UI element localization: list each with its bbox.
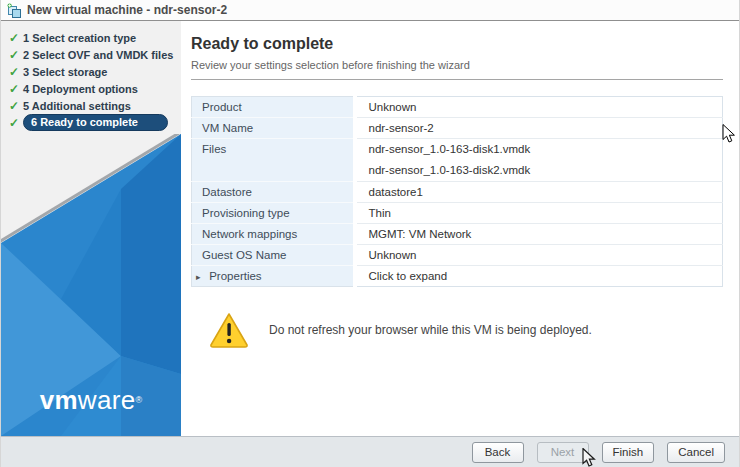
window-titlebar: New virtual machine - ndr-sensor-2 [1, 0, 739, 21]
row-value: MGMT: VM Network [355, 224, 723, 245]
table-row-properties[interactable]: ▸ Properties Click to expand [192, 266, 723, 287]
window-title: New virtual machine - ndr-sensor-2 [27, 3, 227, 17]
row-value[interactable]: Click to expand [355, 266, 723, 287]
file-name: ndr-sensor_1.0-163-disk1.vmdk [369, 143, 715, 156]
expand-arrow-icon[interactable]: ▸ [196, 272, 206, 282]
row-value: datastore1 [355, 182, 723, 203]
cancel-button[interactable]: Cancel [667, 442, 725, 463]
row-value: ndr-sensor-2 [355, 118, 723, 139]
table-row-vm-name: VM Name ndr-sensor-2 [192, 118, 723, 139]
row-value: Unknown [355, 245, 723, 266]
table-row-provisioning-type: Provisioning type Thin [192, 203, 723, 224]
deployment-warning: Do not refresh your browser while this V… [191, 312, 723, 348]
sidebar-step-select-storage[interactable]: ✓ 3 Select storage [1, 63, 181, 80]
step-label: 2 Select OVF and VMDK files [23, 49, 173, 61]
new-vm-icon [7, 3, 22, 18]
sidebar-step-additional-settings[interactable]: ✓ 5 Additional settings [1, 97, 181, 114]
step-label: 3 Select storage [23, 66, 107, 78]
wizard-steps-sidebar: ✓ 1 Select creation type ✓ 2 Select OVF … [1, 21, 181, 436]
table-row-network-mappings: Network mappings MGMT: VM Network [192, 224, 723, 245]
check-icon: ✓ [9, 116, 23, 130]
wizard-footer: Back Next Finish Cancel [1, 436, 739, 467]
settings-summary-table: Product Unknown VM Name ndr-sensor-2 Fil… [191, 96, 723, 287]
back-button[interactable]: Back [472, 442, 524, 463]
vmware-logo: vmware® [1, 385, 181, 416]
table-row-files: Files ndr-sensor_1.0-163-disk1.vmdk ndr-… [192, 139, 723, 182]
sidebar-step-ready-to-complete[interactable]: ✓ 6 Ready to complete [1, 114, 181, 131]
row-label: VM Name [192, 118, 355, 139]
check-icon: ✓ [9, 31, 23, 45]
check-icon: ✓ [9, 99, 23, 113]
vmware-logo-ware: ware [78, 385, 136, 415]
row-value: Thin [355, 203, 723, 224]
finish-button[interactable]: Finish [602, 442, 655, 463]
step-label: 5 Additional settings [23, 100, 131, 112]
row-value: Unknown [355, 97, 723, 118]
row-label: Datastore [192, 182, 355, 203]
warning-triangle-icon [209, 312, 249, 348]
step-label-active: 6 Ready to complete [23, 114, 168, 131]
warning-text: Do not refresh your browser while this V… [269, 323, 592, 337]
page-subtitle: Review your settings selection before fi… [191, 59, 723, 71]
row-value: ndr-sensor_1.0-163-disk1.vmdk ndr-sensor… [355, 139, 723, 182]
vmware-brand-graphic: vmware® [1, 134, 181, 436]
row-label: Files [192, 139, 355, 182]
step-label: 4 Deployment options [23, 83, 138, 95]
row-label: Guest OS Name [192, 245, 355, 266]
row-label: Network mappings [192, 224, 355, 245]
file-name: ndr-sensor_1.0-163-disk2.vmdk [369, 164, 715, 177]
check-icon: ✓ [9, 65, 23, 79]
registered-mark: ® [135, 395, 142, 405]
row-label: Provisioning type [192, 203, 355, 224]
sidebar-step-select-creation-type[interactable]: ✓ 1 Select creation type [1, 29, 181, 46]
wizard-steps-list: ✓ 1 Select creation type ✓ 2 Select OVF … [1, 21, 181, 131]
vmware-logo-vm: vm [40, 385, 78, 415]
check-icon: ✓ [9, 82, 23, 96]
ready-to-complete-panel: Ready to complete Review your settings s… [181, 21, 739, 436]
row-label: Properties [209, 270, 261, 282]
table-row-guest-os-name: Guest OS Name Unknown [192, 245, 723, 266]
header-divider [191, 79, 723, 80]
row-label: Product [192, 97, 355, 118]
row-label-expandable[interactable]: ▸ Properties [192, 266, 355, 287]
check-icon: ✓ [9, 48, 23, 62]
page-title: Ready to complete [191, 35, 723, 53]
sidebar-step-select-ovf-vmdk-files[interactable]: ✓ 2 Select OVF and VMDK files [1, 46, 181, 63]
sidebar-step-deployment-options[interactable]: ✓ 4 Deployment options [1, 80, 181, 97]
next-button: Next [537, 442, 589, 463]
table-row-datastore: Datastore datastore1 [192, 182, 723, 203]
table-row-product: Product Unknown [192, 97, 723, 118]
step-label: 1 Select creation type [23, 32, 136, 44]
